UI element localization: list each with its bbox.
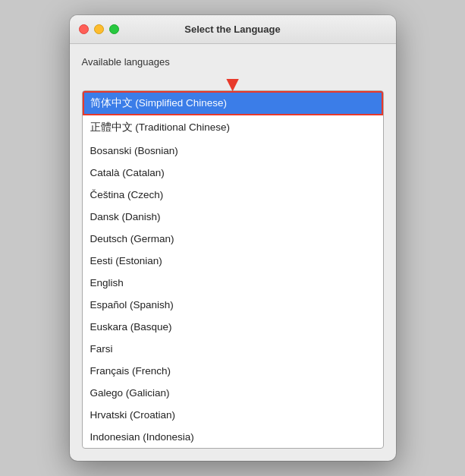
down-arrow-icon: ▼	[222, 74, 243, 95]
list-item[interactable]: Français (French)	[83, 360, 383, 382]
list-item[interactable]: Eesti (Estonian)	[83, 250, 383, 272]
list-item[interactable]: Euskara (Basque)	[83, 316, 383, 338]
list-item[interactable]: English	[83, 272, 383, 294]
maximize-button[interactable]	[109, 24, 119, 34]
content-area: Available languages ▼ 简体中文 (Simplified C…	[70, 44, 396, 461]
section-label: Available languages	[82, 56, 384, 68]
list-item[interactable]: Farsi	[83, 338, 383, 360]
arrow-indicator: ▼	[82, 74, 384, 95]
minimize-button[interactable]	[94, 24, 104, 34]
title-bar: Select the Language	[70, 15, 396, 44]
traffic-lights	[79, 24, 119, 34]
list-item[interactable]: Dansk (Danish)	[83, 206, 383, 228]
list-item[interactable]: 正體中文 (Traditional Chinese)	[83, 115, 383, 140]
window-title: Select the Language	[184, 24, 280, 35]
list-item[interactable]: Español (Spanish)	[83, 294, 383, 316]
list-item[interactable]: Bosanski (Bosnian)	[83, 140, 383, 162]
list-item[interactable]: Čeština (Czech)	[83, 184, 383, 206]
list-item[interactable]: Galego (Galician)	[83, 382, 383, 404]
list-item[interactable]: Deutsch (German)	[83, 228, 383, 250]
list-item[interactable]: Català (Catalan)	[83, 162, 383, 184]
language-list: 简体中文 (Simplified Chinese)正體中文 (Tradition…	[82, 90, 384, 449]
list-item[interactable]: Indonesian (Indonesia)	[83, 426, 383, 448]
close-button[interactable]	[79, 24, 89, 34]
list-item[interactable]: Hrvatski (Croatian)	[83, 404, 383, 426]
window: Select the Language Available languages …	[70, 15, 396, 461]
